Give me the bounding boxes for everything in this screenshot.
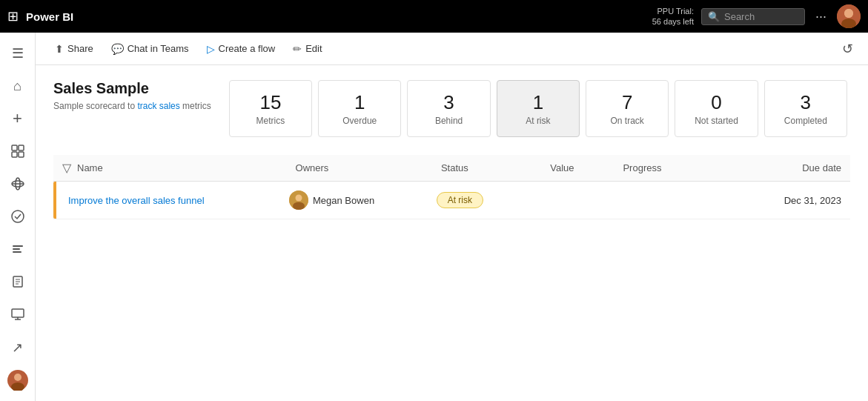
metric-num-on-track: 7 xyxy=(622,91,632,114)
create-flow-button[interactable]: ▷ Create a flow xyxy=(199,39,283,59)
sidebar-item-home[interactable]: ⌂ xyxy=(3,71,33,101)
metrics-header: Sales Sample Sample scorecard to track s… xyxy=(53,80,850,137)
col-header-value: Value xyxy=(550,162,623,173)
share-icon: ⬆ xyxy=(55,43,64,55)
col-header-due-date: Due date xyxy=(732,162,841,173)
svg-point-27 xyxy=(293,202,305,211)
metric-label-overdue: Overdue xyxy=(342,116,377,126)
svg-rect-4 xyxy=(12,145,17,150)
main-layout: ☰ ⌂ + ↗ xyxy=(0,33,868,401)
table-header: ▽ Name Owners Status Value Progress Due … xyxy=(53,155,850,182)
metric-label-metrics: Metrics xyxy=(256,116,285,126)
sidebar-item-apps[interactable] xyxy=(3,202,33,231)
svg-rect-19 xyxy=(12,309,24,317)
refresh-icon[interactable]: ↺ xyxy=(839,38,856,60)
svg-rect-6 xyxy=(12,152,17,157)
row-name[interactable]: Improve the overall sales funnel xyxy=(62,195,289,206)
col-header-progress: Progress xyxy=(623,162,732,173)
svg-rect-7 xyxy=(19,152,24,157)
owner-avatar xyxy=(289,190,308,210)
flow-icon: ▷ xyxy=(207,43,215,55)
metric-label-completed: Completed xyxy=(784,116,827,126)
scorecard-title-block: Sales Sample Sample scorecard to track s… xyxy=(53,80,226,137)
sidebar-item-browse[interactable] xyxy=(3,136,33,166)
table-row: Improve the overall sales funnel Megan B… xyxy=(53,182,850,219)
trial-info: PPU Trial: 56 days left xyxy=(652,6,694,27)
svg-point-23 xyxy=(14,374,21,381)
edit-icon: ✏ xyxy=(293,43,302,55)
search-box[interactable]: 🔍 xyxy=(701,8,805,25)
metric-card-overdue[interactable]: 1 Overdue xyxy=(318,80,401,137)
svg-rect-5 xyxy=(19,145,24,150)
avatar-image xyxy=(837,4,861,28)
metric-card-metrics[interactable]: 15 Metrics xyxy=(229,80,312,137)
chat-icon: 💬 xyxy=(111,43,124,55)
metric-card-not-started[interactable]: 0 Not started xyxy=(675,80,758,137)
sidebar-item-metrics[interactable] xyxy=(3,234,33,264)
status-badge: At risk xyxy=(437,192,483,208)
user-avatar[interactable] xyxy=(837,4,861,28)
metric-card-on-track[interactable]: 7 On track xyxy=(586,80,669,137)
scorecard-link[interactable]: track sales xyxy=(137,101,179,111)
scorecard-description: Sample scorecard to track sales metrics xyxy=(53,100,211,113)
grid-icon[interactable]: ⊞ xyxy=(7,8,19,24)
col-header-status: Status xyxy=(441,162,550,173)
row-status-indicator xyxy=(53,182,56,219)
metric-num-not-started: 0 xyxy=(711,91,721,114)
metric-card-at-risk[interactable]: 1 At risk xyxy=(497,80,580,137)
sidebar-item-create[interactable]: + xyxy=(3,104,33,133)
row-due-date: Dec 31, 2023 xyxy=(731,195,841,206)
metric-label-behind: Behind xyxy=(435,116,463,126)
metric-card-behind[interactable]: 3 Behind xyxy=(407,80,490,137)
chat-teams-button[interactable]: 💬 Chat in Teams xyxy=(104,39,196,59)
owner-name: Megan Bowen xyxy=(313,195,374,206)
search-icon: 🔍 xyxy=(708,11,720,22)
svg-point-26 xyxy=(296,195,302,202)
sidebar-item-learn[interactable] xyxy=(3,267,33,296)
col-header-owners: Owners xyxy=(296,162,441,173)
filter-icon[interactable]: ▽ xyxy=(62,161,71,175)
scorecard-title: Sales Sample xyxy=(53,80,211,97)
share-button[interactable]: ⬆ Share xyxy=(47,39,101,59)
content-area: ⬆ Share 💬 Chat in Teams ▷ Create a flow … xyxy=(36,33,868,401)
metric-label-not-started: Not started xyxy=(695,116,738,126)
more-options-icon[interactable]: ··· xyxy=(812,9,829,24)
metric-num-behind: 3 xyxy=(443,91,454,114)
sidebar-item-datahub[interactable] xyxy=(3,169,33,199)
sidebar-user-avatar[interactable] xyxy=(3,365,33,395)
sidebar: ☰ ⌂ + ↗ xyxy=(0,33,36,401)
scorecard-area: Sales Sample Sample scorecard to track s… xyxy=(36,65,868,401)
search-input[interactable] xyxy=(724,11,798,22)
row-status: At risk xyxy=(437,192,547,208)
svg-point-3 xyxy=(844,9,853,18)
svg-rect-14 xyxy=(13,251,21,253)
metric-cards: 15 Metrics 1 Overdue 3 Behind 1 At risk xyxy=(226,80,850,137)
metric-label-on-track: On track xyxy=(611,116,644,126)
app-title: Power BI xyxy=(26,10,645,23)
metric-num-metrics: 15 xyxy=(259,91,281,114)
sidebar-item-external[interactable]: ↗ xyxy=(3,333,33,362)
svg-point-11 xyxy=(12,211,24,222)
topbar: ⊞ Power BI PPU Trial: 56 days left 🔍 ··· xyxy=(0,0,868,33)
sidebar-item-hamburger[interactable]: ☰ xyxy=(3,39,33,68)
col-header-name: Name xyxy=(77,162,296,173)
edit-button[interactable]: ✏ Edit xyxy=(285,39,329,59)
metric-num-completed: 3 xyxy=(801,91,811,114)
svg-rect-12 xyxy=(13,245,23,247)
metric-num-overdue: 1 xyxy=(354,91,365,114)
sidebar-item-monitor[interactable] xyxy=(3,299,33,329)
metric-num-at-risk: 1 xyxy=(533,91,543,114)
metric-card-completed[interactable]: 3 Completed xyxy=(764,80,847,137)
svg-rect-13 xyxy=(13,248,20,250)
row-owners: Megan Bowen xyxy=(289,190,437,210)
metric-label-at-risk: At risk xyxy=(526,116,550,126)
sidebar-bottom: ↗ xyxy=(3,333,33,401)
secondary-toolbar: ⬆ Share 💬 Chat in Teams ▷ Create a flow … xyxy=(36,33,868,65)
table-section: ▽ Name Owners Status Value Progress Due … xyxy=(53,155,850,219)
